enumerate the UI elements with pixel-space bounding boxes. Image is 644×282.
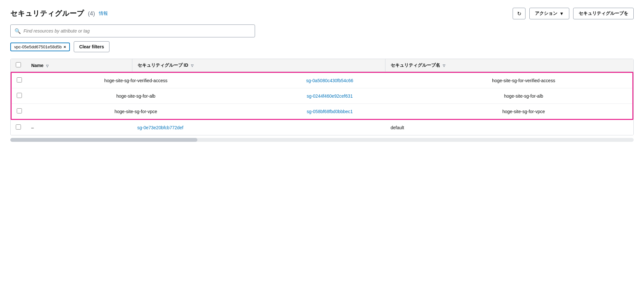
- highlighted-section-row: hoge-site-sg-for-verified-access sg-0a50…: [11, 72, 633, 120]
- horizontal-scrollbar[interactable]: [10, 138, 634, 142]
- row-checkbox[interactable]: [17, 108, 22, 113]
- sg-id-link[interactable]: sg-0a5080c430fb54c66: [306, 78, 353, 83]
- cell-sg-id: sg-0a5080c430fb54c66: [245, 73, 415, 88]
- filter-row: vpc-05e5dd67501e58d5b × Clear filters: [10, 41, 634, 52]
- sg-id-link[interactable]: sg-0e73e20bfcb772def: [137, 125, 183, 130]
- cell-sg-id: sg-0e73e20bfcb772def: [132, 120, 385, 135]
- row-checkbox[interactable]: [17, 77, 22, 83]
- action-dropdown-icon: ▼: [559, 11, 564, 16]
- sort-icon-sg-name: ▽: [443, 64, 445, 67]
- search-bar: 🔍: [10, 24, 255, 37]
- cell-name: hoge-site-sg-for-verified-access: [27, 73, 245, 88]
- sg-id-link[interactable]: sg-058bf68fbd0bbbec1: [307, 109, 353, 114]
- cell-name: hoge-site-sg-for-alb: [27, 88, 245, 104]
- table-row: hoge-site-sg-for-verified-access sg-0a50…: [12, 73, 632, 88]
- action-label: アクション: [535, 11, 557, 16]
- info-link[interactable]: 情報: [99, 11, 108, 16]
- row-checkbox[interactable]: [17, 93, 22, 98]
- select-all-header[interactable]: [11, 59, 26, 72]
- search-icon: 🔍: [14, 28, 21, 34]
- col-header-sg-name[interactable]: セキュリティグループ名 ▽: [385, 59, 633, 72]
- row-checkbox[interactable]: [16, 124, 21, 130]
- create-button[interactable]: セキュリティグループを: [573, 8, 634, 19]
- refresh-button[interactable]: ↻: [513, 8, 526, 19]
- page-title: セキュリティグループ: [10, 9, 84, 18]
- cell-sg-name: default: [385, 120, 633, 135]
- table-row: – sg-0e73e20bfcb772def default: [11, 120, 633, 135]
- cell-sg-id: sg-0244f460e92cef631: [245, 88, 415, 104]
- table-row: hoge-site-sg-for-alb sg-0244f460e92cef63…: [12, 88, 632, 104]
- sort-icon-name: ▽: [46, 64, 49, 68]
- cell-name: hoge-site-sg-for-vpce: [27, 104, 245, 119]
- select-all-checkbox[interactable]: [16, 62, 21, 67]
- cell-sg-id: sg-058bf68fbd0bbbec1: [245, 104, 415, 119]
- clear-filters-button[interactable]: Clear filters: [74, 41, 109, 52]
- search-input[interactable]: [24, 28, 251, 34]
- row-checkbox-cell: [12, 73, 27, 88]
- cell-sg-name: hoge-site-sg-for-verified-access: [415, 73, 632, 88]
- item-count: (4): [88, 10, 95, 17]
- action-button[interactable]: アクション ▼: [529, 8, 569, 19]
- row-checkbox-cell: [11, 120, 26, 135]
- row-checkbox-cell: [12, 88, 27, 104]
- security-groups-table: Name ▽ セキュリティグループ ID ▽ セキュリティグループ名 ▽: [10, 59, 634, 135]
- sg-id-link[interactable]: sg-0244f460e92cef631: [307, 93, 353, 99]
- sort-icon-sg-id: ▽: [191, 64, 194, 67]
- refresh-icon: ↻: [517, 11, 521, 17]
- col-header-name[interactable]: Name ▽: [26, 59, 132, 72]
- table-row: hoge-site-sg-for-vpce sg-058bf68fbd0bbbe…: [12, 104, 632, 119]
- cell-sg-name: hoge-site-sg-for-vpce: [415, 104, 632, 119]
- create-label: セキュリティグループを: [579, 11, 628, 16]
- filter-tag: vpc-05e5dd67501e58d5b ×: [10, 43, 70, 51]
- cell-sg-name: hoge-site-sg-for-alb: [415, 88, 632, 104]
- filter-tag-value: vpc-05e5dd67501e58d5b: [14, 44, 62, 49]
- col-header-sg-id[interactable]: セキュリティグループ ID ▽: [132, 59, 385, 72]
- scrollbar-thumb[interactable]: [10, 138, 197, 142]
- cell-name: –: [26, 120, 132, 135]
- filter-tag-remove-button[interactable]: ×: [63, 45, 66, 49]
- row-checkbox-cell: [12, 104, 27, 119]
